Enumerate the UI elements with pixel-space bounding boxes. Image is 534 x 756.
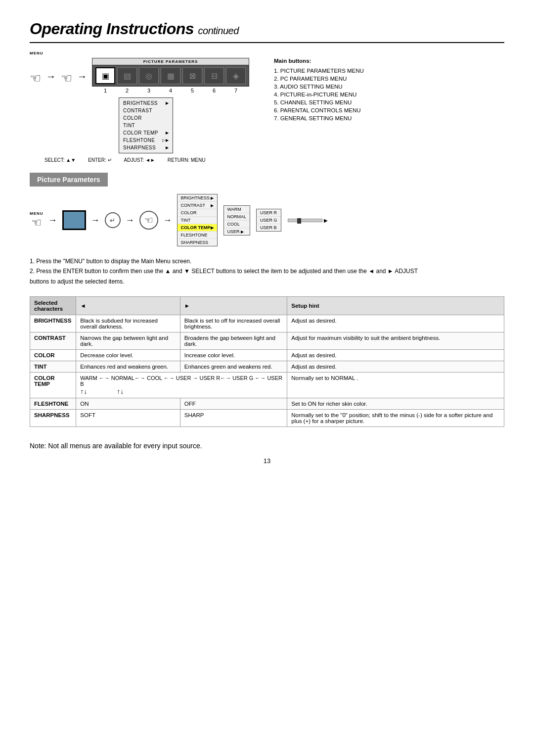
row-fleshtone-char: FLESHTONE — [30, 398, 76, 410]
main-btn-3: 3. AUDIO SETTING MENU — [274, 84, 364, 90]
row-brightness-char: BRIGHTNESS — [30, 315, 76, 332]
sb2-colortemp: COLOR TEMP ▶ — [178, 224, 217, 232]
picture-params-section: Picture Parameters MENU ☜ → → ↵ → ☜ → BR… — [30, 173, 504, 246]
main-buttons-panel: Main buttons: 1. PICTURE PARAMETERS MENU… — [274, 58, 364, 121]
select-label: SELECT: ▲▼ — [44, 157, 76, 163]
sb2-sharpness: SHARPNESS — [178, 239, 217, 246]
instruction-2: 2. Press the ENTER button to confirm the… — [30, 266, 504, 276]
pp-num-7: 7 — [234, 88, 237, 94]
submenu-sharpness: SHARPNESS ▶ — [119, 144, 173, 151]
page-header: Operating Instructions continued — [30, 20, 504, 43]
submenu-color: COLOR — [119, 114, 173, 122]
submenu-block-2: BRIGHTNESS ▶ CONTRAST ▶ COLOR TINT COLOR… — [177, 194, 218, 246]
table-row: BRIGHTNESS Black is subdued for increase… — [30, 315, 504, 332]
tv-icon — [62, 210, 86, 230]
adjust-label: ADJUST: ◄► — [124, 157, 155, 163]
page-number: 13 — [30, 457, 504, 465]
pp-icon-5: ⊠ — [182, 67, 202, 84]
th-hint: Setup hint — [287, 297, 504, 315]
pp-icon-2: ▤ — [117, 67, 137, 84]
row-tint-hint: Adjust as desired. — [287, 361, 504, 373]
row-brightness-hint: Adjust as desired. — [287, 315, 504, 332]
pp-numbers: 1 2 3 4 5 6 7 — [92, 87, 249, 94]
sb2-color: COLOR — [178, 209, 217, 217]
slider-control[interactable]: ▶ — [288, 218, 328, 223]
us-userg: USER G — [257, 217, 281, 224]
row-sharpness-char: SHARPNESS — [30, 410, 76, 427]
menu-label-2-wrap: MENU ☜ — [30, 211, 44, 230]
sb2-fleshtone: FLESHTONE — [178, 232, 217, 239]
pp-num-3: 3 — [147, 88, 150, 94]
top-diagram: MENU ☜ → ☜ → PICTURE PARAMETERS ▣ ▤ ◎ ▦ … — [30, 58, 504, 163]
pp-icon-3: ◎ — [139, 67, 159, 84]
left-diagram: MENU ☜ → ☜ → PICTURE PARAMETERS ▣ ▤ ◎ ▦ … — [30, 58, 249, 163]
submenu-fleshtone: FLESHTONE ▷▶ — [119, 137, 173, 144]
sb2-contrast: CONTRAST ▶ — [178, 202, 217, 209]
hand-icon-2: ☜ — [61, 71, 72, 86]
pp-num-1: 1 — [104, 88, 107, 94]
row-colortemp-char: COLOR TEMP — [30, 373, 76, 398]
arrow-d2-1: → — [48, 215, 57, 226]
instruction-3: buttons to adjust the selected items. — [30, 277, 504, 286]
row-colortemp-hint: Normally set to NORMAL . — [287, 373, 504, 398]
main-btn-4: 4. PICTURE-in-PICTURE MENU — [274, 92, 364, 97]
row-color-left: Decrease color level. — [76, 350, 180, 361]
pp-icon-4: ▦ — [161, 67, 180, 84]
row-sharpness-right: SHARP — [180, 410, 287, 427]
table-row: CONTRAST Narrows the gap between light a… — [30, 332, 504, 350]
instructions-block: 1. Press the "MENU" button to display th… — [30, 256, 504, 286]
user-submenu: USER R USER G USER B — [256, 209, 281, 232]
arrow-1: → — [46, 71, 56, 82]
slider-max-icon: ▶ — [324, 218, 328, 223]
arrow-2: → — [77, 71, 87, 82]
pp-icon-6: ⊟ — [204, 67, 224, 84]
row-color-char: COLOR — [30, 350, 76, 361]
instruction-1: 1. Press the "MENU" button to display th… — [30, 256, 504, 266]
submenu-brightness: BRIGHTNESS ▶ — [119, 99, 173, 107]
row-fleshtone-left: ON — [76, 398, 180, 410]
row-fleshtone-right: OFF — [180, 398, 287, 410]
row-sharpness-left: SOFT — [76, 410, 180, 427]
row-contrast-left: Narrows the gap between light and dark. — [76, 332, 180, 350]
submenu-tint: TINT — [119, 122, 173, 129]
pp-icon-1: ▣ — [95, 67, 115, 84]
row-color-hint: Adjust as desired. — [287, 350, 504, 361]
ct-normal: NORMAL — [224, 213, 250, 221]
picture-params-box: PICTURE PARAMETERS ▣ ▤ ◎ ▦ ⊠ ⊟ ◈ 1 2 3 — [92, 58, 249, 94]
main-btn-7: 7. GENERAL SETTING MENU — [274, 115, 364, 121]
pp-icons-bar: ▣ ▤ ◎ ▦ ⊠ ⊟ ◈ — [92, 65, 249, 87]
row-colortemp-mid: WARM ←→ NORMAL←→ COOL ←→ USER → USER R←→… — [76, 373, 287, 398]
row-brightness-right: Black is set to off for increased overal… — [180, 315, 287, 332]
section-header: Picture Parameters — [30, 173, 108, 187]
ct-warm: WARM — [224, 206, 250, 213]
slider-thumb — [297, 218, 301, 224]
pp-icon-7: ◈ — [226, 67, 246, 84]
pp-num-6: 6 — [213, 88, 216, 94]
table-row: COLOR TEMP WARM ←→ NORMAL←→ COOL ←→ USER… — [30, 373, 504, 398]
row-tint-right: Enhances green and weakens red. — [180, 361, 287, 373]
hand-icon-1: ☜ — [30, 71, 41, 86]
submenu-colortemp: COLOR TEMP ▶ — [119, 129, 173, 137]
table-row: FLESHTONE ON OFF Set to ON for richer sk… — [30, 398, 504, 410]
table-row: SHARPNESS SOFT SHARP Normally set to the… — [30, 410, 504, 427]
main-buttons-title: Main buttons: — [274, 58, 364, 64]
sb2-brightness: BRIGHTNESS ▶ — [178, 194, 217, 202]
main-btn-5: 5. CHANNEL SETTING MENU — [274, 99, 364, 105]
row-contrast-right: Broadens the gap between light and dark. — [180, 332, 287, 350]
page-title: Operating Instructions continued — [30, 20, 504, 38]
row-color-right: Increase color level. — [180, 350, 287, 361]
hand-icon-3: ☜ — [31, 216, 42, 230]
row-tint-left: Enhances red and weakens green. — [76, 361, 180, 373]
arrow-d2-2: → — [91, 215, 100, 226]
row-fleshtone-hint: Set to ON for richer skin color. — [287, 398, 504, 410]
row-contrast-hint: Adjust for maximum visibility to suit th… — [287, 332, 504, 350]
th-right: ► — [180, 297, 287, 315]
ct-cool: COOL — [224, 221, 250, 228]
select-bar: SELECT: ▲▼ ENTER: ↵ ADJUST: ◄► RETURN: M… — [44, 157, 205, 163]
pp-box-title: PICTURE PARAMETERS — [92, 58, 249, 65]
row-contrast-char: CONTRAST — [30, 332, 76, 350]
hand-icon-4: ☜ — [139, 211, 158, 230]
main-btn-6: 6. PARENTAL CONTROLS MENU — [274, 107, 364, 113]
pp-num-5: 5 — [191, 88, 194, 94]
th-selected: Selectedcharacters — [30, 297, 76, 315]
